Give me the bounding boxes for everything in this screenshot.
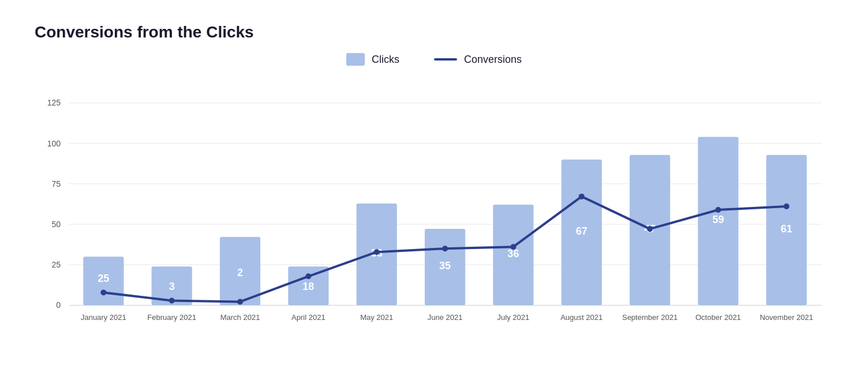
dot-jan [100,289,106,295]
legend: Clicks Conversions [35,53,833,66]
bar-label-jun: 35 [439,260,451,272]
x-label-oct: October 2021 [695,313,741,322]
dot-may [374,249,380,255]
legend-clicks-icon [346,53,365,66]
y-label-0: 0 [56,300,61,310]
dot-sep [647,226,653,232]
x-label-aug: August 2021 [560,313,603,322]
x-label-may: May 2021 [360,313,393,322]
y-label-125: 125 [47,98,61,107]
y-label-100: 100 [47,139,61,148]
y-label-50: 50 [52,220,61,229]
x-label-jul: July 2021 [497,313,530,322]
x-label-nov: November 2021 [760,313,813,322]
bar-label-aug: 67 [576,225,588,237]
chart-title: Conversions from the Clicks [35,23,833,42]
x-label-apr: April 2021 [291,313,326,322]
x-label-sep: September 2021 [622,313,678,322]
x-label-jun: June 2021 [428,313,463,322]
bar-label-apr: 18 [302,281,314,292]
bar-label-jul: 36 [507,248,519,259]
x-label-mar: March 2021 [220,313,260,322]
dot-oct [715,207,721,213]
dot-mar [237,299,243,304]
dot-nov [784,203,790,209]
dot-jul [510,244,516,250]
y-label-75: 75 [52,179,61,189]
dot-aug [579,194,585,199]
x-label-feb: February 2021 [147,313,196,322]
dot-apr [305,273,311,279]
legend-clicks: Clicks [346,53,399,66]
bar-label-feb: 3 [169,281,175,292]
chart-svg: 125 100 75 50 25 0 25 January 2021 [35,83,833,342]
bar-label-oct: 59 [712,214,724,225]
y-label-25: 25 [52,260,61,269]
legend-conversions-label: Conversions [464,54,522,66]
bar-label-mar: 2 [237,267,243,278]
chart-area: 125 100 75 50 25 0 25 January 2021 [35,83,833,342]
dot-jun [442,246,448,251]
bar-label-nov: 61 [781,223,792,235]
dot-feb [169,297,175,303]
chart-container: Conversions from the Clicks Clicks Conve… [0,0,868,392]
x-label-jan: January 2021 [81,313,126,322]
legend-conversions-icon [434,58,457,61]
bar-label-jan: 25 [98,273,109,284]
legend-clicks-label: Clicks [372,54,399,66]
legend-conversions: Conversions [434,54,522,66]
